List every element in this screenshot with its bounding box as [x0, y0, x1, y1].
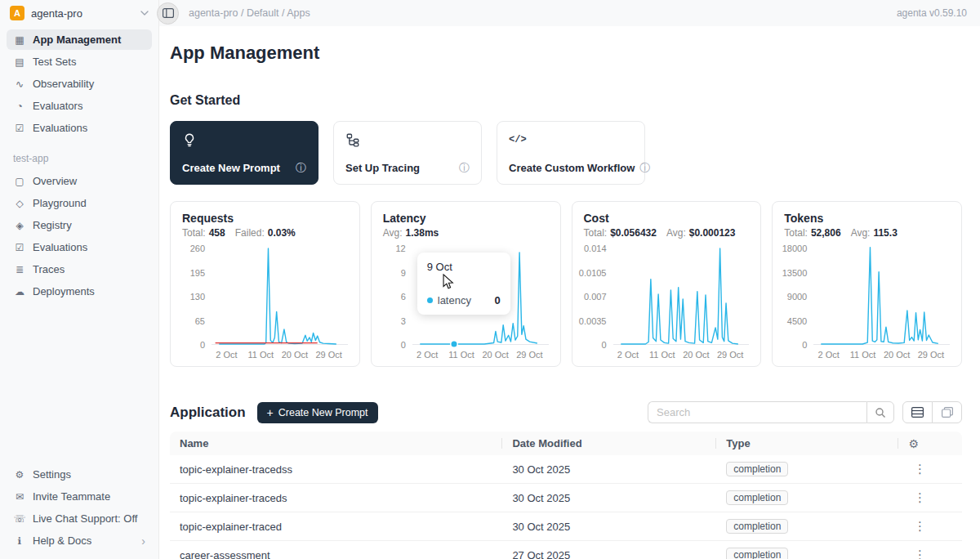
- sidebar-item-live-chat-support-off[interactable]: ☏Live Chat Support: Off: [7, 508, 152, 529]
- sidebar-item-evaluators[interactable]: ◔Evaluators: [7, 96, 152, 116]
- sidebar-item-label: Overview: [33, 175, 77, 187]
- create-new-prompt-button[interactable]: + Create New Prompt: [257, 402, 378, 423]
- sidebar-item-evaluations[interactable]: ☑Evaluations: [7, 118, 152, 138]
- search-input[interactable]: [648, 401, 866, 423]
- stat-title: Requests: [182, 212, 348, 225]
- table-row-career-assessment[interactable]: career-assessment27 Oct 2025completion⋮: [170, 541, 962, 559]
- date-modified-cell: 30 Oct 2025: [502, 484, 716, 512]
- table-row-topic-explainer-traceds[interactable]: topic-explainer-traceds30 Oct 2025comple…: [170, 484, 962, 512]
- workspace-name: agenta-pro: [31, 7, 82, 20]
- tokens-chart: 04500900013500180002 Oct11 Oct20 Oct29 O…: [784, 248, 950, 361]
- mouse-cursor-icon: [442, 274, 454, 290]
- row-menu-kebab-icon[interactable]: ⋮: [914, 462, 926, 476]
- column-header-name[interactable]: Name: [170, 432, 502, 455]
- chart-plot[interactable]: [613, 248, 750, 345]
- sidebar-app-list: ▢Overview◇Playground◈Registry☑Evaluation…: [0, 168, 158, 303]
- stat-value: 0.03%: [268, 227, 296, 239]
- apps-table: Name Date Modified Type ⚙ topic-explaine…: [170, 432, 962, 559]
- evaluations-icon: ☑: [13, 123, 26, 134]
- stat-label: Failed:: [235, 227, 265, 239]
- row-menu-kebab-icon[interactable]: ⋮: [914, 548, 926, 559]
- column-header-date-modified[interactable]: Date Modified: [502, 432, 716, 455]
- sidebar-item-deployments[interactable]: ☁Deployments: [7, 281, 152, 302]
- stat-value: 52,806: [811, 227, 841, 239]
- chart-tooltip: 9 Oct latency 0: [417, 253, 510, 315]
- sidebar-item-label: Test Sets: [33, 56, 76, 68]
- row-menu-kebab-icon[interactable]: ⋮: [914, 490, 926, 504]
- row-menu-kebab-icon[interactable]: ⋮: [914, 519, 926, 533]
- sidebar-item-label: Invite Teammate: [33, 490, 110, 503]
- workspace-switcher[interactable]: A agenta-pro: [0, 0, 158, 26]
- card-label: Create Custom Workflow: [509, 162, 635, 174]
- create-custom-workflow-card[interactable]: </> Create Custom Workflow ⓘ: [497, 121, 645, 185]
- sidebar-item-observability[interactable]: ∿Observability: [7, 74, 152, 94]
- test-sets-icon: ▤: [13, 56, 26, 68]
- card-view-button[interactable]: [932, 401, 962, 423]
- sidebar-item-evaluations[interactable]: ☑Evaluations: [7, 237, 152, 257]
- tracing-tree-icon: [345, 132, 470, 148]
- apps-table-body: topic-explainer-tracedss30 Oct 2025compl…: [170, 455, 962, 559]
- sidebar-item-traces[interactable]: ≣Traces: [7, 259, 152, 280]
- stat-value: 1.38ms: [406, 227, 439, 239]
- type-badge: completion: [726, 462, 788, 476]
- latency-stat-card: Latency Avg:1.38ms 0369122 Oct11 Oct20 O…: [371, 201, 561, 367]
- date-modified-cell: 27 Oct 2025: [502, 541, 716, 559]
- traces-icon: ≣: [13, 264, 26, 275]
- app-window: A agenta-pro ▦App Management▤Test Sets∿O…: [0, 0, 980, 559]
- create-new-prompt-card[interactable]: Create New Prompt ⓘ: [170, 121, 318, 185]
- sidebar-item-playground[interactable]: ◇Playground: [7, 193, 152, 213]
- sidebar: A agenta-pro ▦App Management▤Test Sets∿O…: [0, 0, 159, 559]
- set-up-tracing-card[interactable]: Set Up Tracing ⓘ: [333, 121, 482, 185]
- search-box: [648, 401, 894, 423]
- prompt-bulb-icon: [182, 132, 306, 148]
- search-button[interactable]: [866, 401, 894, 423]
- card-label: Create New Prompt: [182, 162, 280, 174]
- sidebar-item-label: Registry: [33, 219, 72, 231]
- table-view-button[interactable]: [902, 401, 933, 423]
- breadcrumb: agenta-pro / Default / Apps: [189, 7, 310, 19]
- table-settings-gear-icon[interactable]: ⚙: [908, 437, 919, 450]
- sidebar-item-help-docs[interactable]: ℹHelp & Docs›: [7, 530, 152, 551]
- column-header-type[interactable]: Type: [716, 432, 898, 455]
- invite-teammate-icon: ✉: [13, 491, 26, 503]
- sidebar-panel-icon: [163, 8, 174, 18]
- type-badge: completion: [726, 490, 788, 505]
- sidebar-item-app-management[interactable]: ▦App Management: [7, 29, 152, 50]
- x-axis-labels: 2 Oct11 Oct20 Oct29 Oct: [613, 345, 750, 361]
- y-axis-labels: 0450090001350018000: [784, 248, 813, 345]
- app-management-icon: ▦: [13, 34, 26, 46]
- stat-title: Cost: [584, 212, 750, 225]
- stat-title: Latency: [383, 212, 549, 225]
- info-icon[interactable]: ⓘ: [291, 163, 306, 173]
- get-started-heading: Get Started: [170, 93, 962, 108]
- y-axis-labels: 065130195260: [182, 248, 212, 345]
- sidebar-item-label: Live Chat Support: Off: [33, 512, 137, 525]
- stat-label: Avg:: [666, 227, 686, 239]
- main-content: App Management Get Started Create New Pr…: [159, 26, 980, 559]
- sidebar-item-invite-teammate[interactable]: ✉Invite Teammate: [7, 486, 152, 507]
- chart-plot[interactable]: [813, 248, 950, 345]
- sidebar-item-label: App Management: [33, 34, 121, 46]
- evaluators-icon: ◔: [13, 101, 26, 112]
- card-view-icon: [942, 407, 953, 418]
- code-icon: </>: [509, 132, 633, 148]
- requests-chart: 0651301952602 Oct11 Oct20 Oct29 Oct: [182, 248, 348, 361]
- series-dot-icon: [427, 297, 433, 303]
- sidebar-item-test-sets[interactable]: ▤Test Sets: [7, 51, 152, 72]
- sidebar-item-overview[interactable]: ▢Overview: [7, 171, 152, 191]
- sidebar-item-registry[interactable]: ◈Registry: [7, 215, 152, 235]
- table-row-topic-explainer-tracedss[interactable]: topic-explainer-tracedss30 Oct 2025compl…: [170, 455, 962, 484]
- sidebar-item-settings[interactable]: ⚙Settings: [7, 464, 152, 485]
- sidebar-toggle-button[interactable]: [157, 2, 179, 25]
- table-row-topic-explainer-traced[interactable]: topic-explainer-traced30 Oct 2025complet…: [170, 512, 962, 541]
- chart-plot[interactable]: [212, 248, 348, 345]
- info-icon[interactable]: ⓘ: [635, 163, 650, 173]
- info-icon[interactable]: ⓘ: [454, 163, 470, 173]
- sidebar-item-label: Evaluators: [33, 100, 82, 112]
- chevron-right-icon: ›: [141, 535, 145, 547]
- stat-value: 458: [209, 227, 225, 239]
- cost-stat-card: Cost Total:$0.056432Avg:$0.000123 00.003…: [572, 201, 762, 367]
- help-docs-icon: ℹ: [13, 535, 26, 547]
- stat-title: Tokens: [784, 212, 950, 225]
- stat-sub: Total:$0.056432Avg:$0.000123: [584, 227, 750, 239]
